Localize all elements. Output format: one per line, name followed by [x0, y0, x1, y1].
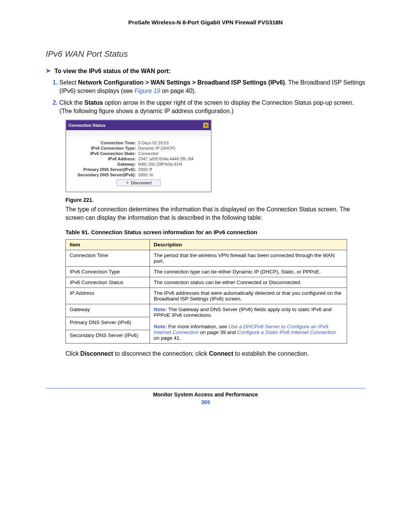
final-mid: to disconnect the connection; click — [113, 350, 209, 357]
disconnect-icon: ✦ — [126, 180, 129, 185]
kv-label: IPv6 Address: — [69, 157, 138, 161]
final-b2: Connect — [209, 350, 233, 357]
step1-prefix: Select — [59, 79, 78, 86]
cell-desc: The IPv6 addresses that were automatical… — [150, 288, 347, 304]
cell-item: IPv6 Connection Status — [66, 277, 150, 288]
step2-post: option arrow in the upper right of the s… — [59, 99, 354, 114]
doc-header: ProSafe Wireless-N 8-Port Gigabit VPN Fi… — [46, 19, 365, 26]
disconnect-label: Disconnect — [131, 181, 151, 185]
note2-mid: on page 39 and — [199, 329, 237, 335]
final-b1: Disconnect — [80, 350, 113, 357]
static-config-link[interactable]: Configure a Static IPv6 Internet Connect… — [237, 329, 336, 335]
popup-divider — [66, 132, 211, 136]
table-row: IPv6 Connection Type The connection type… — [66, 266, 347, 277]
popup-title-text: Connection Status — [68, 123, 105, 128]
note2-pre: For more information, see — [167, 324, 229, 329]
final-post: to establish the connection. — [233, 350, 309, 357]
popup-titlebar: Connection Status ✕ — [66, 120, 211, 130]
arrow-right-icon: ➤ — [46, 67, 51, 74]
cell-desc-merged: Note: The Gateway and DNS Server (IPv6) … — [150, 304, 347, 343]
cell-item: Connection Time — [66, 250, 150, 266]
steps-list: Select Network Configuration > WAN Setti… — [59, 78, 365, 115]
figure19-link[interactable]: Figure 19 — [134, 88, 160, 94]
close-icon[interactable]: ✕ — [203, 123, 209, 128]
kv-value: 2000::fe — [138, 173, 153, 177]
kv-value: Connected — [138, 151, 158, 156]
kv-value: 2347::af26:654a:4448:2ffc /64 — [138, 157, 194, 161]
kv-value: fe80::20c:29ff:fe9a:41f4 — [138, 162, 182, 166]
note-body: The Gateway and DNS Server (IPv6) fields… — [154, 307, 331, 318]
kv-label: Gateway: — [69, 162, 138, 166]
kv-label: IPv6 Connection State: — [69, 151, 138, 156]
step2-bold: Status — [84, 99, 103, 106]
kv-label: IPv6 Connection Type: — [69, 146, 138, 150]
step2-prefix: Click the — [59, 99, 84, 106]
step-1: Select Network Configuration > WAN Setti… — [59, 78, 365, 95]
note2-tail: on page 41. — [154, 335, 181, 341]
kv-label: Primary DNS Server(IPv6): — [69, 167, 138, 172]
connection-status-popup: Connection Status ✕ Connection Time:0 Da… — [65, 120, 212, 192]
cell-desc: The connection status can be either Conn… — [150, 277, 347, 288]
cell-item: Primary DNS Server (IPv6) — [66, 317, 150, 330]
table-row: Connection Time The period that the wire… — [66, 250, 347, 266]
cell-desc: The connection type can be either Dynami… — [150, 266, 347, 277]
cell-item: Gateway — [66, 304, 150, 317]
footer-chapter: Monitor System Access and Performance — [46, 391, 365, 398]
note-label: Note: — [154, 307, 167, 312]
kv-label: Secondary DNS Server(IPv6): — [69, 173, 138, 177]
footer-divider — [46, 388, 365, 388]
footer-page-number: 369 — [46, 399, 365, 405]
kv-label: Connection Time: — [69, 141, 138, 145]
table-row: Gateway Note: The Gateway and DNS Server… — [66, 304, 347, 317]
procedure-heading: ➤To view the IPv6 status of the WAN port… — [46, 67, 365, 75]
note-label: Note: — [154, 324, 167, 329]
popup-body: Connection Time:0 Days 02:16:53 IPv6 Con… — [66, 136, 211, 192]
kv-value: 0 Days 02:16:53 — [138, 141, 169, 145]
procedure-heading-text: To view the IPv6 status of the WAN port: — [54, 68, 171, 74]
table-header-item: Item — [66, 239, 150, 250]
step1-nav-path: Network Configuration > WAN Settings > B… — [78, 79, 285, 86]
final-pre: Click — [65, 350, 80, 357]
kv-value: Dynamic IP (DHCP) — [138, 146, 175, 150]
step-2: Click the Status option arrow in the upp… — [59, 99, 365, 115]
cell-item: Secondary DNS Server (IPv6) — [66, 330, 150, 343]
table-caption: Table 91. Connection Status screen infor… — [65, 229, 365, 235]
cell-item: IP Address — [66, 288, 150, 304]
disconnect-button[interactable]: ✦ Disconnect — [116, 179, 161, 186]
step1-tail: on page 40). — [160, 88, 196, 94]
figure-caption: Figure 221. — [65, 197, 365, 203]
post-figure-paragraph: The type of connection determines the in… — [65, 205, 365, 222]
table-row: IP Address The IPv6 addresses that were … — [66, 288, 347, 304]
cell-item: IPv6 Connection Type — [66, 266, 150, 277]
final-paragraph: Click Disconnect to disconnect the conne… — [65, 350, 365, 358]
table-header-desc: Description — [150, 239, 347, 250]
kv-value: 2000::ff — [138, 167, 152, 172]
section-title: IPv6 WAN Port Status — [46, 49, 365, 59]
connection-status-table: Item Description Connection Time The per… — [65, 239, 347, 343]
table-row: IPv6 Connection Status The connection st… — [66, 277, 347, 288]
cell-desc: The period that the wireless VPN firewal… — [150, 250, 347, 266]
